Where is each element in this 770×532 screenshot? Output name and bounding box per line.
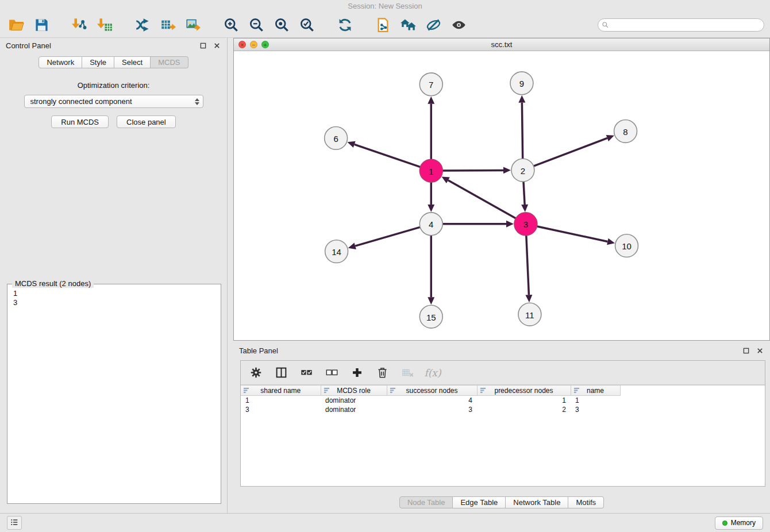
tab-network-table[interactable]: Network Table — [506, 496, 568, 508]
export-image-button[interactable] — [183, 16, 203, 35]
home-view-button[interactable] — [398, 16, 418, 35]
add-column-button[interactable] — [349, 365, 365, 381]
table-row[interactable]: 1 dominator 4 1 1 — [241, 396, 765, 405]
dropdown-arrows-icon — [195, 98, 199, 105]
column-header-shared-name[interactable]: shared name — [241, 385, 321, 396]
delete-table-button[interactable] — [399, 365, 415, 381]
column-header-successor-nodes[interactable]: successor nodes — [387, 385, 477, 396]
graph-edge-2-8[interactable] — [534, 138, 607, 166]
minimize-window-button[interactable]: − — [250, 41, 257, 48]
import-table-button[interactable] — [94, 16, 115, 35]
graph-edge-4-14[interactable] — [355, 227, 420, 246]
maximize-window-button[interactable]: + — [261, 41, 269, 48]
graph-edge-3-1[interactable] — [448, 180, 516, 218]
column-label: predecessor nodes — [478, 387, 571, 395]
float-panel-button[interactable] — [198, 41, 207, 50]
column-label: successor nodes — [387, 387, 477, 395]
tab-select[interactable]: Select — [114, 56, 151, 68]
graph-arrowhead — [607, 238, 615, 245]
network-view-window: scc.txt × − + 7968124314101511 — [233, 38, 770, 341]
application-window: Session: New Session — [0, 0, 770, 532]
zoom-fit-button[interactable] — [271, 16, 292, 35]
select-all-columns-button[interactable] — [298, 365, 314, 381]
tab-mcds[interactable]: MCDS — [151, 56, 188, 68]
network-canvas[interactable]: 7968124314101511 — [234, 51, 769, 340]
search-input[interactable] — [598, 18, 764, 32]
memory-button[interactable]: Memory — [715, 516, 763, 530]
close-panel-button[interactable] — [212, 41, 221, 50]
close-mcds-panel-button[interactable]: Close panel — [117, 115, 176, 128]
search-container — [598, 18, 764, 32]
cell-mcds-role: dominator — [321, 405, 387, 414]
float-table-panel-button[interactable] — [741, 346, 750, 355]
open-network-document-button[interactable] — [372, 16, 393, 35]
main-toolbar — [0, 13, 770, 38]
column-header-mcds-role[interactable]: MCDS role — [321, 385, 387, 396]
tab-edge-table[interactable]: Edge Table — [453, 496, 506, 508]
graph-arrowhead — [521, 205, 528, 212]
table-settings-button[interactable] — [248, 365, 264, 381]
graph-node-label-14: 14 — [332, 247, 341, 257]
node-table: shared name MCDS role successor nodes pr… — [241, 385, 765, 414]
network-canvas-container: 7968124314101511 — [234, 51, 769, 340]
zoom-in-button[interactable] — [221, 16, 241, 35]
unchecked-boxes-icon — [326, 367, 338, 379]
graph-edge-2-9[interactable] — [522, 103, 522, 159]
open-session-button[interactable] — [6, 16, 26, 35]
column-sort-icon — [480, 387, 486, 395]
zoom-selected-button[interactable] — [297, 16, 317, 35]
control-panel-header: Control Panel — [0, 38, 227, 53]
network-tools-button[interactable] — [132, 16, 153, 35]
mcds-result-box: MCDS result (2 nodes) 1 3 — [7, 284, 221, 504]
run-mcds-button[interactable]: Run MCDS — [51, 115, 109, 128]
optimization-select[interactable]: strongly connected component — [24, 95, 203, 108]
tab-style[interactable]: Style — [82, 56, 114, 68]
column-header-predecessor-nodes[interactable]: predecessor nodes — [477, 385, 571, 396]
delete-column-button[interactable] — [374, 365, 390, 381]
function-builder-button[interactable]: f(x) — [425, 365, 441, 381]
network-window-titlebar[interactable]: scc.txt × − + — [234, 38, 769, 51]
table-header-row: shared name MCDS role successor nodes pr… — [241, 385, 765, 396]
column-header-name[interactable]: name — [571, 385, 620, 396]
graph-edge-2-3[interactable] — [523, 182, 525, 205]
split-panel-button[interactable] — [273, 365, 289, 381]
mcds-result-list: 1 3 — [7, 284, 221, 312]
column-header-filler — [620, 385, 765, 396]
cell-mcds-role: dominator — [321, 396, 387, 405]
tab-network[interactable]: Network — [38, 56, 82, 68]
close-table-panel-button[interactable] — [755, 346, 764, 355]
cell-shared-name: 3 — [241, 405, 321, 414]
column-label: shared name — [241, 387, 321, 395]
tab-motifs[interactable]: Motifs — [568, 496, 604, 508]
graph-arrowhead — [428, 205, 434, 212]
import-network-button[interactable] — [69, 16, 90, 35]
save-session-button[interactable] — [31, 16, 52, 35]
mcds-buttons: Run MCDS Close panel — [0, 115, 227, 128]
close-window-button[interactable]: × — [238, 41, 246, 48]
zoom-out-button[interactable] — [246, 16, 267, 35]
refresh-view-button[interactable] — [334, 16, 355, 35]
show-graphics-button[interactable] — [448, 16, 469, 35]
graph-edge-3-11[interactable] — [526, 236, 529, 295]
deselect-all-columns-button[interactable] — [324, 365, 340, 381]
table-row[interactable]: 3 dominator 3 2 3 — [241, 405, 765, 414]
tab-node-table[interactable]: Node Table — [399, 496, 453, 508]
export-table-button[interactable] — [157, 16, 178, 35]
graph-edge-1-6[interactable] — [355, 144, 421, 167]
import-table-icon — [97, 17, 113, 33]
table-panel-header: Table Panel — [233, 343, 770, 358]
optimization-select-value: strongly connected component — [30, 97, 195, 106]
graph-node-label-8: 8 — [623, 127, 627, 137]
graph-edge-3-10[interactable] — [537, 226, 607, 241]
table-panel-tabs: Node Table Edge Table Network Table Moti… — [233, 496, 770, 508]
apply-style-button[interactable] — [423, 16, 444, 35]
homes-icon — [401, 17, 416, 33]
mcds-result-title: MCDS result (2 nodes) — [12, 279, 94, 288]
toolbar-group-refresh — [334, 16, 355, 35]
eye-icon — [451, 17, 467, 33]
task-history-button[interactable] — [7, 516, 22, 530]
memory-status-icon — [722, 521, 727, 526]
plus-icon — [351, 367, 363, 379]
graph-edge-1-2[interactable] — [442, 170, 503, 171]
graph-arrowhead — [428, 297, 434, 304]
